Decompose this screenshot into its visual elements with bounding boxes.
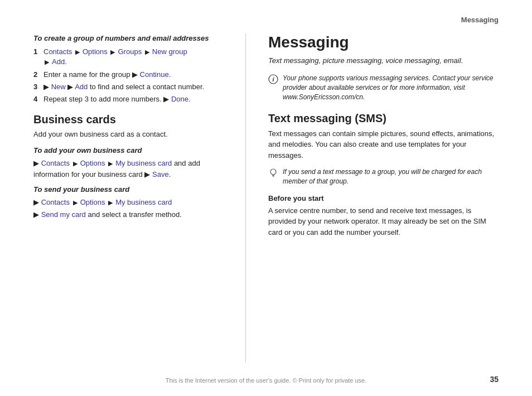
page-number: 35 <box>490 375 499 384</box>
menu-item: Continue <box>140 70 169 79</box>
send-business-card-title: To send your business card <box>33 185 223 194</box>
before-start-title: Before you start <box>268 194 499 202</box>
sms-section: Text messaging (SMS) Text messages can c… <box>268 112 499 238</box>
content-columns: To create a group of numbers and email a… <box>33 33 499 363</box>
step-content: Enter a name for the group ▶ Continue. <box>43 70 223 80</box>
step-content: Contacts ▶ Options ▶ Groups ▶ New group … <box>43 47 223 67</box>
info-icon: i <box>268 74 278 84</box>
svg-point-2 <box>270 169 276 175</box>
step-number: 4 <box>33 94 43 104</box>
menu-item: New <box>51 83 66 91</box>
menu-item: Add <box>52 57 65 66</box>
menu-item: My business card <box>115 198 172 206</box>
group-steps-list: 1 Contacts ▶ Options ▶ Groups ▶ New grou… <box>33 47 223 104</box>
menu-item: Groups <box>118 47 142 56</box>
arrow-icon: ▶ <box>73 199 79 206</box>
list-item: 2 Enter a name for the group ▶ Continue. <box>33 70 223 80</box>
tip-text: If you send a text message to a group, y… <box>283 167 499 186</box>
sms-body: Text messages can contain simple picture… <box>268 128 499 161</box>
footer-text: This is the Internet version of the user… <box>166 377 367 384</box>
step-number: 2 <box>33 70 43 80</box>
send-business-card-line1: ▶ Contacts ▶ Options ▶ My business card <box>33 197 223 208</box>
step-content: Repeat step 3 to add more numbers. ▶ Don… <box>43 94 223 104</box>
business-cards-section: Business cards Add your own business car… <box>33 113 223 220</box>
menu-item: My business card <box>115 159 172 167</box>
menu-item: Options <box>83 47 108 56</box>
step-number: 3 <box>33 82 43 92</box>
arrow-icon: ▶ <box>110 49 117 55</box>
page-header: Messaging <box>461 16 499 24</box>
arrow-icon: ▶ <box>45 59 51 65</box>
menu-item: Contacts <box>41 198 70 206</box>
sms-heading: Text messaging (SMS) <box>268 112 499 125</box>
footer: This is the Internet version of the user… <box>33 377 499 384</box>
arrow-icon: ▶ <box>108 199 114 206</box>
info-box: i Your phone supports various messaging … <box>268 74 499 102</box>
add-business-card-title: To add your own business card <box>33 146 223 154</box>
messaging-title: Messaging <box>268 33 499 51</box>
list-item: 1 Contacts ▶ Options ▶ Groups ▶ New grou… <box>33 47 223 67</box>
menu-item: Options <box>80 198 105 206</box>
menu-item: Contacts <box>41 159 70 167</box>
business-cards-heading: Business cards <box>33 113 223 126</box>
menu-item: Options <box>80 159 105 167</box>
arrow-icon: ▶ <box>75 49 81 55</box>
add-business-card-instructions: ▶ Contacts ▶ Options ▶ My business card … <box>33 158 223 180</box>
group-section-title: To create a group of numbers and email a… <box>33 33 223 44</box>
menu-item: Send my card <box>41 210 86 219</box>
list-item: 3 ▶ New ▶ Add to find and select a conta… <box>33 82 223 92</box>
header-title: Messaging <box>461 16 499 24</box>
tip-icon <box>268 168 278 178</box>
list-item: 4 Repeat step 3 to add more numbers. ▶ D… <box>33 94 223 104</box>
send-business-card-line2: ▶ Send my card and select a transfer met… <box>33 209 223 220</box>
before-start: Before you start A service centre number… <box>268 194 499 238</box>
menu-item: New group <box>152 47 187 56</box>
messaging-subtitle: Text messaging, picture messaging, voice… <box>268 56 499 66</box>
menu-item: Contacts <box>43 47 72 56</box>
before-start-body: A service centre number, to send and rec… <box>268 205 499 238</box>
page: Messaging To create a group of numbers a… <box>0 0 532 396</box>
step-content: ▶ New ▶ Add to find and select a contact… <box>43 82 223 92</box>
left-column: To create a group of numbers and email a… <box>33 33 223 363</box>
arrow-icon: ▶ <box>145 49 151 55</box>
column-divider <box>245 33 246 363</box>
arrow-icon: ▶ <box>73 160 79 167</box>
menu-item: Done <box>171 95 188 103</box>
arrow-icon: ▶ <box>108 160 114 167</box>
group-section: To create a group of numbers and email a… <box>33 33 223 104</box>
tip-box: If you send a text message to a group, y… <box>268 167 499 186</box>
right-column: Messaging Text messaging, picture messag… <box>268 33 499 363</box>
menu-item: Add <box>75 83 88 91</box>
business-cards-desc: Add your own business card as a contact. <box>33 129 223 139</box>
info-text: Your phone supports various messaging se… <box>283 74 499 102</box>
svg-text:i: i <box>272 76 274 83</box>
step-number: 1 <box>33 47 43 67</box>
menu-item: Save <box>152 170 169 178</box>
